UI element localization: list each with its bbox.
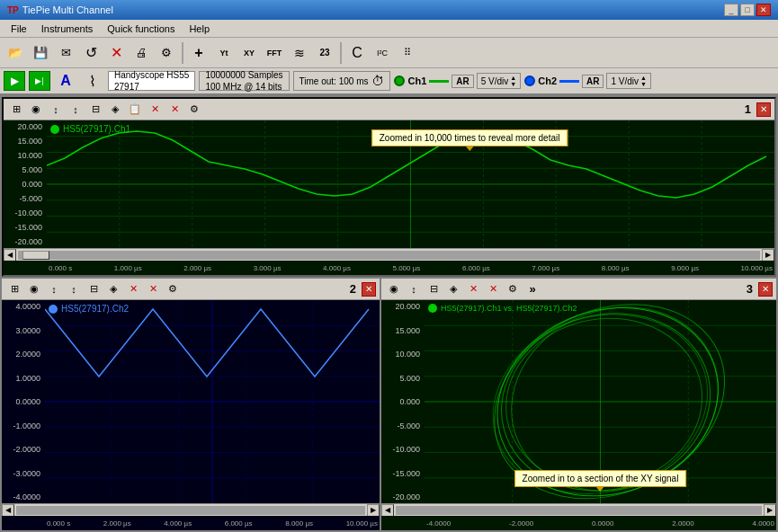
p2-btn3[interactable]: ↕ <box>45 281 63 297</box>
menu-instruments[interactable]: Instruments <box>34 22 100 36</box>
ch2-div-select[interactable]: 1 V/div ▲ ▼ <box>606 73 651 89</box>
p3-btn6[interactable]: ✕ <box>484 281 502 297</box>
panel-3: ◉ ↕ ⊟ ◈ ✕ ✕ ⚙ » 3 ✕ 20.000 15.000 10.000… <box>381 279 776 530</box>
p3-btn3[interactable]: ⊟ <box>425 281 443 297</box>
p3-btn5[interactable]: ✕ <box>464 281 482 297</box>
p1-btn5[interactable]: ⊟ <box>86 102 104 118</box>
measure-button[interactable]: ≋ <box>288 41 311 65</box>
panel-2: ⊞ ◉ ↕ ↕ ⊟ ◈ ✕ ✕ ⚙ 2 ✕ 4.0000 3.0000 2.00… <box>2 279 380 530</box>
xy-mode-button[interactable]: XY <box>237 41 261 65</box>
p2-x3: 6.000 µs <box>225 519 253 528</box>
toolbar-separator-1 <box>182 42 183 64</box>
panel2-close[interactable]: ✕ <box>362 282 376 297</box>
serial-button[interactable]: ⠿ <box>396 41 419 65</box>
refresh-button[interactable]: ↺ <box>79 41 103 65</box>
menu-quick-functions[interactable]: Quick functions <box>100 22 182 36</box>
panel1-y-axis: 20.000 15.000 10.000 5.000 0.000 -5.000 … <box>4 120 47 248</box>
y-label-5: 0.000 <box>5 180 45 189</box>
panel1-display: 20.000 15.000 10.000 5.000 0.000 -5.000 … <box>4 120 774 248</box>
p1-btn7[interactable]: 📋 <box>126 102 144 118</box>
play-single-button[interactable]: ▶| <box>29 71 50 91</box>
timeout-info: Time out: 100 ms ⏱ <box>293 71 391 91</box>
p2-btn2[interactable]: ◉ <box>25 281 43 297</box>
p3-y1: 20.000 <box>383 302 423 311</box>
p2-btn6[interactable]: ◈ <box>104 281 122 297</box>
panel1-scroll-left[interactable]: ◀ <box>4 249 16 262</box>
panel3-close[interactable]: ✕ <box>758 282 773 297</box>
toolbar: 📂 💾 ✉ ↺ ✕ 🖨 ⚙ + Yt XY FFT ≋ 23 C I²C ⠿ <box>0 38 778 68</box>
p2-y4: 1.0000 <box>4 374 43 383</box>
panel2-scroll-left[interactable]: ◀ <box>2 504 14 517</box>
p1-btn3[interactable]: ↕ <box>47 102 65 118</box>
save-button[interactable]: 💾 <box>29 41 52 65</box>
panel3-x-axis: -4.0000 -2.0000 0.0000 2.0000 4.0000 <box>381 516 776 530</box>
panel1-scroll-right[interactable]: ▶ <box>762 249 774 262</box>
p1-btn2[interactable]: ◉ <box>27 102 45 118</box>
ch2-ar-button[interactable]: AR <box>582 75 604 88</box>
ch1-div-up[interactable]: ▲ <box>510 75 516 81</box>
ch2-waveform <box>45 309 369 377</box>
panel2-scroll-right[interactable]: ▶ <box>367 504 380 517</box>
panel3-scroll-track[interactable] <box>396 506 762 515</box>
minimize-button[interactable]: _ <box>724 4 738 16</box>
cut-button[interactable]: ✕ <box>104 41 128 65</box>
p2-btn7[interactable]: ✕ <box>124 281 142 297</box>
ch2-div-up[interactable]: ▲ <box>640 75 647 81</box>
p2-btn8[interactable]: ✕ <box>144 281 162 297</box>
panel1-scroll-thumb[interactable] <box>22 251 49 260</box>
wave-button[interactable]: ⌇ <box>81 69 104 93</box>
p2-btn1[interactable]: ⊞ <box>5 281 23 297</box>
ch2-div-down[interactable]: ▼ <box>640 81 647 87</box>
p1-btn9[interactable]: ✕ <box>165 102 183 118</box>
p2-btn9[interactable]: ⚙ <box>164 281 182 297</box>
p3-btn4[interactable]: ◈ <box>444 281 462 297</box>
email-button[interactable]: ✉ <box>54 41 77 65</box>
p1-btn4[interactable]: ↕ <box>67 102 85 118</box>
panel3-scroll-left[interactable]: ◀ <box>381 504 394 517</box>
maximize-button[interactable]: □ <box>740 4 755 16</box>
x-label-1: 1.000 µs <box>114 264 142 272</box>
c-button[interactable]: C <box>345 41 369 65</box>
p1-btn6[interactable]: ◈ <box>106 102 124 118</box>
waveform-button[interactable]: Yt <box>212 41 236 65</box>
settings-button[interactable]: ⚙ <box>155 41 178 65</box>
main-content: ⊞ ◉ ↕ ↕ ⊟ ◈ 📋 ✕ ✕ ⚙ 1 ✕ 20.000 15.000 10… <box>0 95 778 532</box>
add-cursor-button[interactable]: + <box>187 41 210 65</box>
p3-btn1[interactable]: ◉ <box>385 281 403 297</box>
p3-quote[interactable]: » <box>523 281 541 297</box>
p2-btn5[interactable]: ⊟ <box>85 281 103 297</box>
p2-y5: 0.0000 <box>4 397 43 406</box>
menu-help[interactable]: Help <box>182 22 217 36</box>
a-button[interactable]: A <box>54 69 77 93</box>
panel2-scroll-track[interactable] <box>16 506 365 515</box>
counter-button[interactable]: 23 <box>313 41 336 65</box>
panel1-scroll-track[interactable] <box>18 251 760 260</box>
ch1-div-select[interactable]: 5 V/div ▲ ▼ <box>477 73 522 89</box>
play-button[interactable]: ▶ <box>4 71 25 91</box>
ch2-controls: Ch2 AR 1 V/div ▲ ▼ <box>524 73 651 89</box>
x-label-8: 8.000 µs <box>602 264 630 272</box>
close-button[interactable]: ✕ <box>756 4 771 16</box>
open-folder-button[interactable]: 📂 <box>4 41 27 65</box>
sample-count: 10000000 Samples <box>205 69 282 81</box>
i2c-button[interactable]: I²C <box>371 41 394 65</box>
fft-button[interactable]: FFT <box>263 41 286 65</box>
print-button[interactable]: 🖨 <box>130 41 153 65</box>
p2-y9: -4.0000 <box>4 492 43 501</box>
p3-y9: -20.000 <box>383 492 423 501</box>
panel3-scroll-right[interactable]: ▶ <box>764 504 776 517</box>
y-label-4: 5.000 <box>5 165 45 174</box>
p1-btn8[interactable]: ✕ <box>146 102 164 118</box>
panel1-close[interactable]: ✕ <box>756 102 771 117</box>
menu-file[interactable]: File <box>4 22 34 36</box>
p3-btn7[interactable]: ⚙ <box>504 281 522 297</box>
ch1-ar-button[interactable]: AR <box>452 75 473 88</box>
p2-y1: 4.0000 <box>4 302 43 311</box>
panel2-ch-text: HS5(27917).Ch2 <box>61 304 129 314</box>
p2-btn4[interactable]: ↕ <box>65 281 83 297</box>
p3-btn2[interactable]: ↕ <box>405 281 423 297</box>
ch1-div-down[interactable]: ▼ <box>510 81 516 87</box>
p1-btn1[interactable]: ⊞ <box>7 102 25 118</box>
p1-btn10[interactable]: ⚙ <box>185 102 203 118</box>
panel1-ch-dot <box>50 125 59 134</box>
